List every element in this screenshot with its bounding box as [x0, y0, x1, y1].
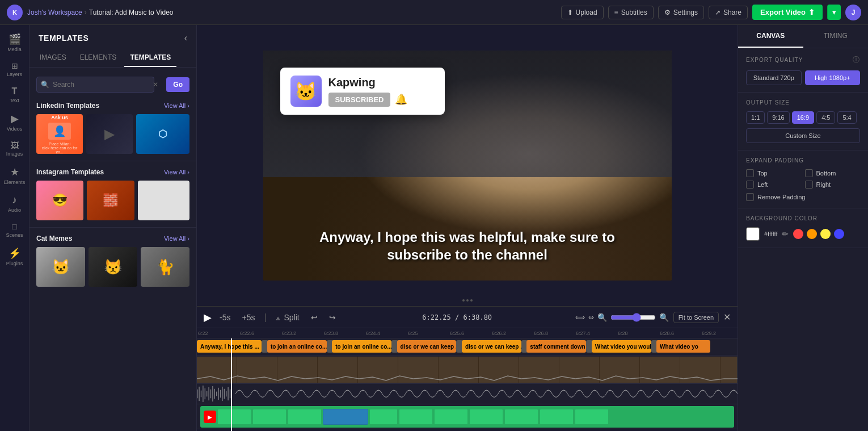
standard-quality-button[interactable]: Standard 720p — [746, 70, 802, 85]
expand-right-checkbox[interactable] — [805, 181, 813, 189]
preset-color-red[interactable] — [793, 229, 803, 239]
right-panel: CANVAS TIMING EXPORT QUALITY ⓘ Standard … — [738, 25, 868, 431]
catmemes-thumb-1[interactable]: 🐱 — [36, 247, 85, 287]
fit-to-screen-button[interactable]: Fit to Screen — [673, 312, 719, 323]
sidebar-item-scenes[interactable]: □ Scenes — [2, 219, 27, 241]
search-input[interactable] — [36, 77, 154, 93]
high-quality-button[interactable]: High 1080p+ — [805, 70, 861, 85]
bell-button[interactable]: 🔔 — [395, 93, 407, 106]
subtitles-icon: ≡ — [614, 9, 618, 16]
linkedin-grid: Ask us 👤 Place Villani click here can do… — [36, 114, 189, 154]
export-button[interactable]: Export Video ⬆ — [752, 5, 823, 20]
preset-color-blue[interactable] — [834, 229, 844, 239]
svg-rect-7 — [210, 390, 211, 399]
tab-images[interactable]: IMAGES — [34, 49, 72, 67]
bg-color-swatch[interactable] — [746, 227, 760, 241]
tab-elements[interactable]: ELEMENTS — [74, 49, 123, 67]
expand-left[interactable]: Left — [746, 181, 802, 189]
right-tab-canvas[interactable]: CANVAS — [738, 25, 803, 48]
sidebar-item-images[interactable]: 🖼 Images — [2, 137, 27, 160]
linkedin-thumb-1[interactable]: Ask us 👤 Place Villani click here can do… — [36, 114, 83, 154]
plus5-button[interactable]: +5s — [238, 312, 258, 323]
output-size-title: OUTPUT SIZE — [746, 99, 860, 106]
settings-button[interactable]: ⚙ Settings — [658, 6, 704, 19]
right-tab-timing[interactable]: TIMING — [803, 25, 869, 48]
search-go-button[interactable]: Go — [166, 77, 189, 92]
svg-rect-3 — [203, 386, 203, 402]
sidebar-item-videos[interactable]: ▶ Videos — [2, 109, 27, 135]
expand-right[interactable]: Right — [805, 181, 861, 189]
sidebar-label-images: Images — [6, 151, 23, 157]
redo-button[interactable]: ↪ — [326, 312, 339, 323]
preset-color-orange[interactable] — [807, 229, 817, 239]
sub-clip-3[interactable]: disc or we can keep ... — [397, 340, 457, 353]
tab-templates[interactable]: TEMPLATES — [124, 49, 176, 67]
avatar[interactable]: J — [845, 5, 861, 20]
preset-color-yellow[interactable] — [820, 229, 831, 239]
workspace-link[interactable]: Josh's Workspace — [27, 9, 82, 16]
search-clear-icon[interactable]: ✕ — [153, 81, 158, 89]
sidebar-item-text[interactable]: T Text — [2, 83, 27, 107]
size-5-4-button[interactable]: 5:4 — [837, 111, 856, 124]
video-frame: 🐱 Kapwing SUBSCRIBED 🔔 Anyway, — [263, 51, 672, 281]
expand-left-checkbox[interactable] — [746, 181, 754, 189]
preset-colors — [793, 229, 844, 239]
size-9-16-button[interactable]: 9:16 — [767, 111, 789, 124]
export-dropdown-button[interactable]: ▾ — [827, 5, 841, 20]
linkedin-thumb-2[interactable]: ▶ — [86, 114, 133, 154]
time-sep: / — [455, 313, 463, 321]
svg-rect-16 — [227, 387, 228, 400]
sidebar-item-audio[interactable]: ♪ Audio — [2, 191, 27, 216]
catmemes-section-title: Cat Memes — [36, 235, 72, 242]
share-button[interactable]: ↗ Share — [709, 6, 748, 19]
svg-rect-12 — [220, 390, 221, 398]
expand-bottom-label: Bottom — [816, 170, 836, 177]
quality-info-icon[interactable]: ⓘ — [853, 55, 860, 65]
expand-bottom-checkbox[interactable] — [805, 169, 813, 177]
expand-top-checkbox[interactable] — [746, 169, 754, 177]
sidebar-item-plugins[interactable]: ⚡ Plugins — [2, 244, 27, 270]
sub-clip-7[interactable]: What video yo — [656, 340, 710, 353]
size-4-5-button[interactable]: 4:5 — [816, 111, 835, 124]
close-timeline-button[interactable]: ✕ — [723, 312, 731, 323]
custom-size-button[interactable]: Custom Size — [746, 128, 860, 143]
zoom-slider[interactable] — [610, 313, 656, 322]
instagram-thumb-2[interactable]: 🧱 — [87, 181, 134, 220]
instagram-thumb-1[interactable]: 😎 — [36, 181, 83, 220]
expand-top[interactable]: Top — [746, 169, 802, 177]
catmemes-thumb-3[interactable]: 🐈 — [141, 247, 189, 287]
sub-clip-0[interactable]: Anyway, I hope this ... — [197, 340, 262, 353]
size-16-9-button[interactable]: 16:9 — [792, 111, 814, 124]
subtitle-bar: Anyway, I hope this was helpful, make su… — [263, 228, 672, 263]
subtitles-button[interactable]: ≡ Subtitles — [608, 6, 654, 19]
size-1-1-button[interactable]: 1:1 — [746, 111, 765, 124]
export-quality-title: EXPORT QUALITY ⓘ — [746, 55, 860, 65]
sub-clip-2[interactable]: to join an online co... — [332, 340, 391, 353]
catmemes-view-all[interactable]: View All › — [164, 235, 189, 242]
remove-padding[interactable]: Remove Padding — [746, 193, 860, 201]
catmemes-thumb-2[interactable]: 😾 — [89, 247, 137, 287]
instagram-thumb-3[interactable] — [138, 181, 189, 220]
undo-button[interactable]: ↩ — [307, 312, 321, 323]
sub-clip-1[interactable]: to join an online co... — [267, 340, 327, 353]
remove-padding-checkbox[interactable] — [746, 193, 754, 201]
expand-right-label: Right — [816, 181, 831, 188]
sidebar-item-media[interactable]: 🎬 Media — [2, 30, 27, 56]
sub-clip-5[interactable]: staff comment down below.! — [526, 340, 586, 353]
sidebar-item-elements[interactable]: ★ Elements — [2, 162, 27, 189]
linkedin-thumb-3[interactable]: ⬡ — [136, 114, 189, 154]
expand-bottom[interactable]: Bottom — [805, 169, 861, 177]
split-button[interactable]: ⟁ Split — [272, 312, 303, 323]
upload-button[interactable]: ⬆ Upload — [561, 6, 604, 19]
color-edit-button[interactable]: ✏ — [782, 229, 789, 238]
instagram-section-header: Instagram Templates View All › — [36, 168, 189, 176]
sidebar-item-layers[interactable]: ⊞ Layers — [2, 58, 27, 81]
linkedin-view-all[interactable]: View All › — [164, 102, 189, 109]
subscribed-button[interactable]: SUBSCRIBED — [328, 93, 391, 107]
collapse-button[interactable]: ‹ — [184, 33, 187, 43]
sub-clip-4[interactable]: disc or we can keep ... — [462, 340, 521, 353]
play-button[interactable]: ▶ — [204, 311, 212, 324]
sub-clip-6[interactable]: What video you would... — [592, 340, 651, 353]
minus5-button[interactable]: -5s — [216, 312, 234, 323]
instagram-view-all[interactable]: View All › — [164, 169, 189, 175]
